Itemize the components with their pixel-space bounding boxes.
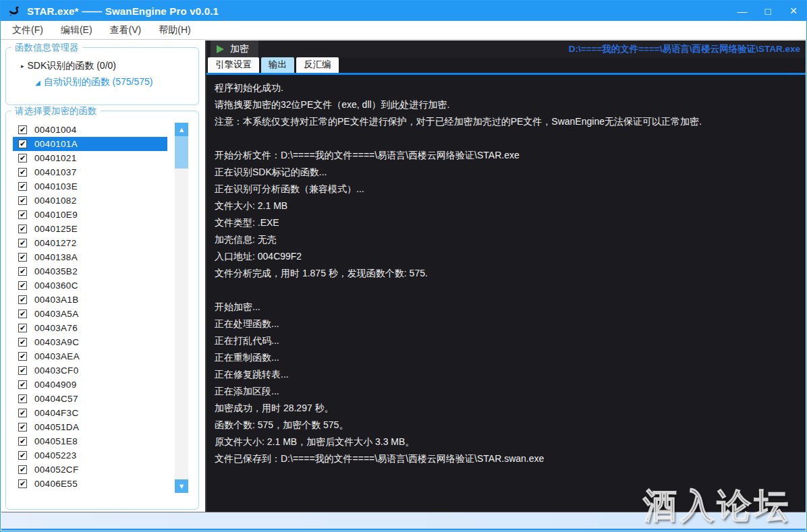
tree-item[interactable]: ◢ 自动识别的函数 (575/575) [35, 74, 198, 90]
function-row[interactable]: ✔ 00403A76 [13, 321, 167, 335]
scroll-up-icon[interactable]: ▲ [175, 123, 188, 136]
function-row[interactable]: ✔ 00401272 [13, 236, 167, 250]
function-row[interactable]: ✔ 004051E8 [13, 434, 167, 448]
function-address: 00401037 [34, 167, 76, 177]
minimize-button[interactable]: — [729, 1, 755, 21]
checkbox-icon[interactable]: ✔ [18, 423, 27, 432]
checkbox-icon[interactable]: ✔ [18, 210, 27, 219]
scroll-down-icon[interactable]: ▼ [175, 479, 188, 493]
function-row[interactable]: ✔ 00404909 [13, 378, 167, 392]
checkbox-icon[interactable]: ✔ [18, 324, 27, 332]
checkbox-icon[interactable]: ✔ [18, 465, 27, 474]
function-row[interactable]: ✔ 0040138A [13, 250, 167, 264]
tab[interactable]: 输出 [261, 57, 294, 73]
checkbox-icon[interactable]: ✔ [18, 281, 27, 290]
function-row[interactable]: ✔ 00403A5A [13, 307, 167, 321]
function-row[interactable]: ✔ 00401021 [13, 151, 167, 165]
console-line: 函数个数: 575，加密个数 575。 [215, 417, 798, 434]
menu-item[interactable]: 文件(F) [3, 24, 52, 36]
checkbox-icon[interactable]: ✔ [18, 140, 27, 148]
menu-item[interactable]: 编辑(E) [52, 24, 101, 36]
checkbox-icon[interactable]: ✔ [18, 168, 27, 177]
checkbox-icon[interactable]: ✔ [18, 338, 27, 347]
function-address: 0040101A [34, 139, 78, 149]
checkbox-icon[interactable]: ✔ [18, 253, 27, 262]
console-line: 正在识别SDK标记的函数... [215, 164, 798, 181]
console-line: 文件大小: 2.1 MB [215, 198, 798, 214]
checkbox-icon[interactable]: ✔ [18, 196, 27, 205]
checkbox-icon[interactable]: ✔ [18, 125, 27, 134]
check-mark-icon: ✔ [20, 338, 26, 346]
function-row[interactable]: ✔ 00406E55 [13, 477, 167, 491]
tree-item[interactable]: ▸ SDK识别的函数 (0/0) [21, 58, 198, 74]
checkbox-icon[interactable]: ✔ [18, 366, 27, 375]
function-row[interactable]: ✔ 0040360C [13, 278, 167, 293]
checkbox-icon[interactable]: ✔ [18, 182, 27, 191]
function-select-group-title: 请选择要加密的函数 [11, 105, 101, 117]
check-mark-icon: ✔ [20, 169, 26, 176]
checkbox-icon[interactable]: ✔ [18, 225, 27, 233]
checkbox-icon[interactable]: ✔ [18, 437, 27, 446]
tab[interactable]: 反汇编 [296, 57, 339, 73]
tree-expander-icon[interactable]: ◢ [35, 79, 40, 86]
window-body: 函数信息管理器 ▸ SDK识别的函数 (0/0) ◢ 自动识别的函数 (575/… [1, 40, 806, 512]
function-list-scrollbar[interactable]: ▲ ▼ [175, 123, 188, 493]
function-row[interactable]: ✔ 0040125E [13, 222, 167, 236]
menubar: 文件(F)编辑(E)查看(V)帮助(H) [1, 21, 806, 40]
close-button[interactable]: × [781, 1, 806, 21]
menu-item[interactable]: 帮助(H) [150, 24, 199, 36]
console-line: 正在修复跳转表... [215, 366, 798, 383]
console-line: 正在识别可分析函数（兼容模式）... [215, 181, 798, 198]
console-line: 正在处理函数... [215, 316, 798, 332]
function-row[interactable]: ✔ 00403A9C [13, 335, 167, 349]
checkbox-icon[interactable]: ✔ [18, 352, 27, 361]
checkbox-icon[interactable]: ✔ [18, 380, 27, 389]
function-row[interactable]: ✔ 004035B2 [13, 264, 167, 278]
console-line [215, 282, 798, 299]
function-row[interactable]: ✔ 00401037 [13, 165, 167, 179]
tree-expander-icon[interactable]: ▸ [21, 63, 24, 69]
function-row[interactable]: ✔ 00404F3C [13, 406, 167, 420]
checkbox-icon[interactable]: ✔ [18, 394, 27, 403]
checkbox-icon[interactable]: ✔ [18, 409, 27, 417]
checkbox-icon[interactable]: ✔ [18, 239, 27, 247]
checkbox-icon[interactable]: ✔ [18, 451, 27, 460]
checkbox-icon[interactable]: ✔ [18, 267, 27, 276]
tab[interactable]: 引擎设置 [208, 57, 259, 73]
console-line: 请拖拽要加密的32位PE文件（exe, dll）到此处进行加密. [215, 96, 798, 113]
function-row[interactable]: ✔ 00404C57 [13, 392, 167, 406]
check-mark-icon: ✔ [20, 254, 26, 261]
checkbox-icon[interactable]: ✔ [18, 309, 27, 318]
function-row[interactable]: ✔ 00403CF0 [13, 363, 167, 378]
main-panel: 加密 D:\====我的文件====\易语言\西楼云网络验证\STAR.exe … [206, 40, 806, 512]
function-row[interactable]: ✔ 00403A1B [13, 293, 167, 307]
function-address: 00401004 [34, 125, 76, 135]
check-mark-icon: ✔ [20, 282, 26, 289]
function-row[interactable]: ✔ 0040103E [13, 179, 167, 194]
check-mark-icon: ✔ [20, 367, 26, 374]
check-mark-icon: ✔ [20, 480, 26, 487]
encrypt-button[interactable]: 加密 [211, 40, 258, 58]
function-row[interactable]: ✔ 00401004 [13, 123, 167, 137]
function-row[interactable]: ✔ 00401082 [13, 194, 167, 208]
function-address: 004010E9 [34, 210, 78, 220]
function-row[interactable]: ✔ 0040101A [13, 137, 167, 151]
check-mark-icon: ✔ [20, 452, 26, 459]
function-address: 00404C57 [34, 394, 78, 404]
function-row[interactable]: ✔ 004051DA [13, 420, 167, 434]
console-line: 正在打乱代码... [215, 332, 798, 349]
play-icon [217, 45, 224, 53]
maximize-button[interactable]: □ [755, 1, 781, 21]
function-row[interactable]: ✔ 00403AEA [13, 349, 167, 363]
checkbox-icon[interactable]: ✔ [18, 154, 27, 162]
checkbox-icon[interactable]: ✔ [18, 295, 27, 304]
scrollbar-thumb[interactable] [175, 136, 188, 169]
function-tree: ▸ SDK识别的函数 (0/0) ◢ 自动识别的函数 (575/575) [6, 48, 198, 90]
function-row[interactable]: ✔ 004052CF [13, 463, 167, 477]
function-address: 004052CF [34, 465, 78, 475]
menu-item[interactable]: 查看(V) [101, 24, 150, 36]
function-row[interactable]: ✔ 00405223 [13, 448, 167, 463]
function-row[interactable]: ✔ 004010E9 [13, 208, 167, 222]
checkbox-icon[interactable]: ✔ [18, 479, 27, 488]
check-mark-icon: ✔ [20, 381, 26, 388]
